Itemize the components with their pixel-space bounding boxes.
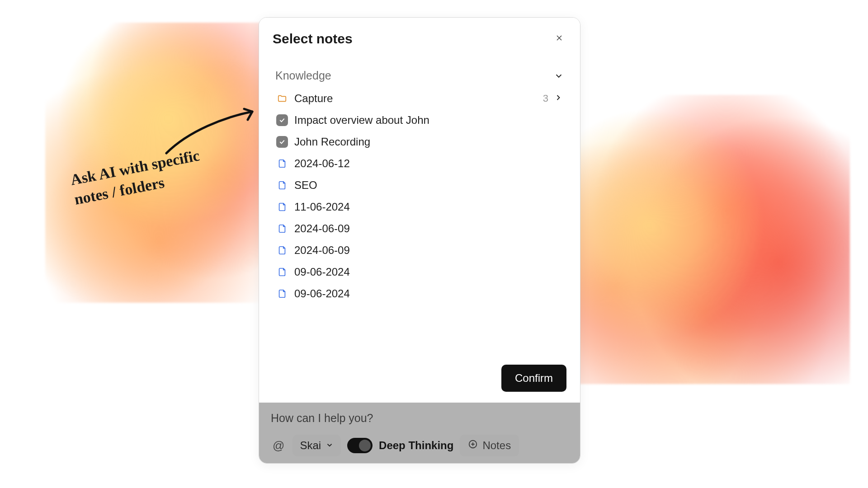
list-item-label: 11-06-2024 (294, 201, 563, 213)
notes-button-label: Notes (482, 439, 511, 452)
folder-icon (276, 93, 288, 104)
model-name: Skai (300, 439, 321, 452)
checkbox-checked[interactable] (276, 136, 288, 148)
list-item[interactable]: 2024-06-09 (274, 218, 566, 239)
toggle-knob (359, 440, 371, 451)
plus-circle-icon (468, 439, 478, 452)
file-icon (276, 179, 288, 191)
confirm-button[interactable]: Confirm (501, 365, 566, 392)
file-icon (276, 288, 288, 300)
chevron-down-icon (326, 439, 334, 452)
list-item-label: 2024-06-09 (294, 244, 563, 257)
list-item-label: Capture (294, 92, 537, 105)
chevron-right-icon (554, 92, 563, 105)
close-icon (555, 33, 564, 44)
folder-tail: 3 (543, 92, 563, 105)
ask-panel: How can I help you? @ Skai Deep Thinking… (259, 403, 580, 464)
list-item[interactable]: John Recording (274, 131, 566, 153)
annotation-line-two: notes / folders (73, 174, 165, 208)
list-item[interactable]: 09-06-2024 (274, 283, 566, 305)
notes-list: Capture3Impact overview about JohnJohn R… (274, 88, 566, 305)
list-item[interactable]: 2024-06-12 (274, 153, 566, 174)
section-title: Knowledge (275, 69, 331, 82)
list-item[interactable]: 2024-06-09 (274, 239, 566, 261)
list-item-label: John Recording (294, 136, 563, 148)
list-item[interactable]: Impact overview about John (274, 109, 566, 131)
deep-thinking-toggle[interactable] (347, 438, 373, 453)
arrow-icon (162, 103, 261, 158)
section-header-knowledge[interactable]: Knowledge (274, 66, 566, 85)
app-panel: Select notes Knowledge Capture3Impact ov… (259, 17, 580, 464)
list-item-label: Impact overview about John (294, 114, 563, 127)
file-icon (276, 158, 288, 169)
file-icon (276, 223, 288, 235)
list-item-label: 2024-06-12 (294, 157, 563, 170)
folder-count: 3 (543, 93, 548, 104)
chevron-down-icon (554, 71, 564, 81)
list-item[interactable]: 11-06-2024 (274, 196, 566, 218)
mention-icon[interactable]: @ (271, 439, 286, 453)
file-icon (276, 244, 288, 256)
annotation-line-one: Ask AI with specific (69, 147, 201, 188)
checkbox-checked[interactable] (276, 114, 288, 126)
model-selector[interactable]: Skai (292, 435, 341, 456)
close-button[interactable] (552, 31, 566, 46)
select-notes-modal: Select notes Knowledge Capture3Impact ov… (259, 18, 580, 403)
list-item[interactable]: 09-06-2024 (274, 261, 566, 283)
modal-title: Select notes (273, 31, 353, 47)
file-icon (276, 266, 288, 278)
list-item-label: 09-06-2024 (294, 266, 563, 278)
list-item[interactable]: SEO (274, 174, 566, 196)
file-icon (276, 201, 288, 213)
list-item-label: 09-06-2024 (294, 287, 563, 300)
ask-input-placeholder[interactable]: How can I help you? (271, 412, 568, 425)
list-item-label: SEO (294, 179, 563, 192)
notes-button[interactable]: Notes (460, 435, 519, 456)
list-item[interactable]: Capture3 (274, 88, 566, 109)
deep-thinking-label: Deep Thinking (379, 439, 453, 452)
list-item-label: 2024-06-09 (294, 222, 563, 235)
handwritten-annotation: Ask AI with specific notes / folders (67, 106, 261, 232)
